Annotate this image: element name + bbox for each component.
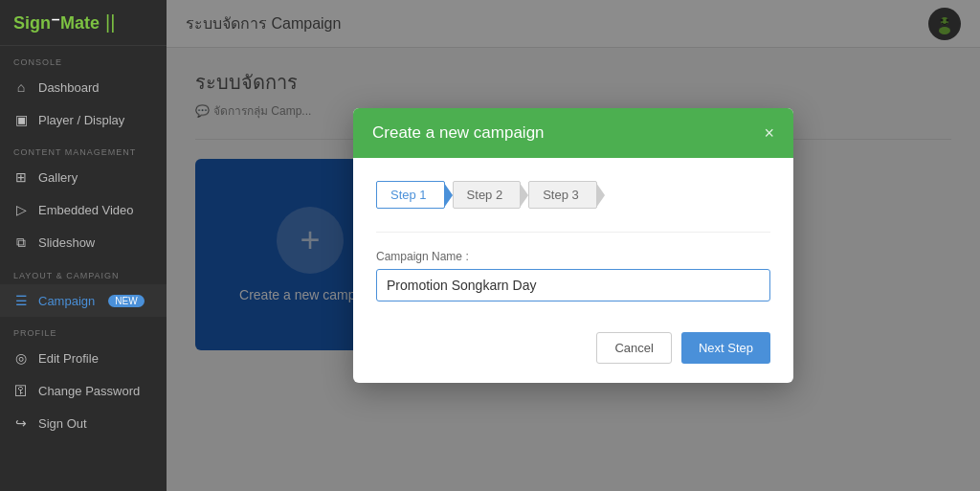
section-label-console: Console xyxy=(0,46,167,71)
sidebar-item-gallery[interactable]: ⊞ Gallery xyxy=(0,161,167,193)
campaign-badge: NEW xyxy=(108,295,144,307)
main-content: ระบบจัดการ Campaign ระบบจัดการ 💬 จัดการก… xyxy=(167,0,980,491)
sidebar-item-edit-profile[interactable]: ◎ Edit Profile xyxy=(0,342,167,374)
logo-pipes-icon: || xyxy=(105,11,115,33)
sidebar-item-label: Sign Out xyxy=(38,416,87,431)
password-icon: ⚿ xyxy=(13,383,29,398)
home-icon: ⌂ xyxy=(13,79,29,95)
sidebar-item-label: Gallery xyxy=(38,170,78,185)
sidebar-item-campaign[interactable]: ☰ Campaign NEW xyxy=(0,284,167,317)
display-icon: ▣ xyxy=(13,112,29,127)
create-campaign-modal: Create a new campaign × Step 1 Step 2 St… xyxy=(353,108,793,383)
campaign-name-field: Campaign Name : xyxy=(376,250,770,301)
modal-header: Create a new campaign × xyxy=(353,108,793,158)
campaign-icon: ☰ xyxy=(13,293,29,308)
sidebar: Sign⁻Mate || Console ⌂ Dashboard ▣ Playe… xyxy=(0,0,167,491)
form-divider xyxy=(376,232,770,233)
modal-footer: Cancel Next Step xyxy=(353,321,793,383)
sidebar-item-embedded-video[interactable]: ▷ Embedded Video xyxy=(0,193,167,226)
sidebar-item-label: Edit Profile xyxy=(38,351,99,366)
sidebar-item-label: Player / Display xyxy=(38,113,124,127)
video-icon: ▷ xyxy=(13,202,29,217)
sidebar-item-change-password[interactable]: ⚿ Change Password xyxy=(0,374,167,407)
sidebar-item-label: Embedded Video xyxy=(38,203,134,217)
gallery-icon: ⊞ xyxy=(13,169,29,185)
sidebar-item-label: Campaign xyxy=(38,294,95,308)
sidebar-item-sign-out[interactable]: ↪ Sign Out xyxy=(0,407,167,439)
edit-profile-icon: ◎ xyxy=(13,350,29,366)
step-tab-1[interactable]: Step 1 xyxy=(376,181,445,209)
sidebar-item-slideshow[interactable]: ⧉ Slideshow xyxy=(0,226,167,259)
section-label-content: Content Management xyxy=(0,136,167,161)
sidebar-item-label: Slideshow xyxy=(38,235,95,250)
sidebar-item-label: Change Password xyxy=(38,384,140,398)
campaign-name-label: Campaign Name : xyxy=(376,250,770,263)
modal-title: Create a new campaign xyxy=(372,123,545,143)
sidebar-item-label: Dashboard xyxy=(38,80,100,95)
cancel-button[interactable]: Cancel xyxy=(596,332,671,364)
section-label-profile: Profile xyxy=(0,317,167,342)
step-tabs: Step 1 Step 2 Step 3 xyxy=(376,181,770,209)
modal-close-button[interactable]: × xyxy=(764,124,774,142)
next-step-button[interactable]: Next Step xyxy=(681,332,770,364)
logo: Sign⁻Mate || xyxy=(0,0,167,46)
logo-text: Sign⁻Mate xyxy=(13,12,100,33)
sidebar-item-dashboard[interactable]: ⌂ Dashboard xyxy=(0,71,167,103)
step-tab-3[interactable]: Step 3 xyxy=(528,181,597,209)
step-tab-2[interactable]: Step 2 xyxy=(453,181,522,209)
slideshow-icon: ⧉ xyxy=(13,234,29,251)
sign-out-icon: ↪ xyxy=(13,415,29,431)
modal-body: Step 1 Step 2 Step 3 Campaign Name : xyxy=(353,158,793,321)
modal-overlay: Create a new campaign × Step 1 Step 2 St… xyxy=(167,0,980,491)
section-label-layout: Layout & Campaign xyxy=(0,259,167,284)
sidebar-item-player-display[interactable]: ▣ Player / Display xyxy=(0,103,167,136)
campaign-name-input[interactable] xyxy=(376,269,770,301)
